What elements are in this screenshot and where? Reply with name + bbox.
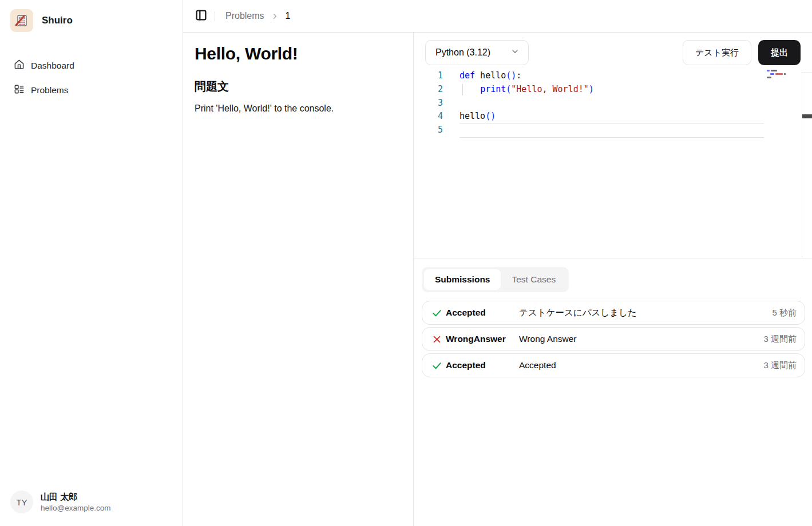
sidebar-item-problems[interactable]: Problems — [9, 81, 173, 99]
submission-time: 5 秒前 — [772, 308, 797, 318]
problem-section-heading: 問題文 — [195, 79, 402, 94]
submission-message: Wrong Answer — [519, 334, 763, 344]
results-pane: SubmissionsTest Cases Acceptedテストケースにパスし… — [414, 258, 812, 526]
minimap — [767, 70, 789, 80]
code-line[interactable]: 5 — [414, 123, 812, 137]
language-select-value: Python (3.12) — [435, 47, 490, 58]
line-content: def hello(): — [460, 69, 764, 83]
submission-row[interactable]: AcceptedAccepted3 週間前 — [422, 353, 805, 377]
layout-list-icon — [14, 83, 25, 97]
topbar: Problems 1 — [183, 0, 812, 33]
indent-guide-line — [462, 84, 463, 95]
problem-statement: Print 'Hello, World!' to the console. — [195, 103, 402, 114]
sidebar-nav: Dashboard Problems — [0, 56, 183, 99]
submission-list: Acceptedテストケースにパスしました5 秒前WrongAnswerWron… — [422, 301, 805, 377]
line-number: 3 — [414, 97, 460, 110]
submission-status: Accepted — [446, 360, 519, 370]
code-token: : — [516, 70, 521, 81]
code-area: 1def hello():2 print("Hello, World!")34h… — [414, 69, 812, 137]
editor-scrollbar-thumb[interactable] — [802, 114, 812, 118]
line-number: 1 — [414, 69, 460, 83]
line-number: 4 — [414, 110, 460, 123]
submission-message: テストケースにパスしました — [519, 307, 772, 319]
home-icon — [14, 59, 25, 72]
breadcrumb-problems-link[interactable]: Problems — [225, 11, 264, 21]
language-select[interactable]: Python (3.12) — [425, 40, 529, 65]
tab-submissions[interactable]: Submissions — [424, 269, 501, 290]
code-token: ( — [506, 70, 511, 81]
code-line[interactable]: 2 print("Hello, World!") — [414, 83, 812, 97]
toolbar-actions: テスト実行 提出 — [683, 40, 801, 65]
problem-title: Hello, World! — [195, 44, 402, 63]
code-token: def — [460, 70, 475, 81]
submission-row[interactable]: WrongAnswerWrong Answer3 週間前 — [422, 327, 805, 351]
sidebar: Shuiro Dashboard — [0, 0, 183, 526]
code-token: ) — [490, 111, 496, 121]
code-token: ) — [511, 70, 516, 81]
brand-name: Shuiro — [42, 15, 73, 26]
code-line[interactable]: 1def hello(): — [414, 69, 812, 83]
line-number: 5 — [414, 123, 460, 137]
line-number: 2 — [414, 83, 460, 97]
code-token: hello — [475, 70, 506, 81]
submission-status: WrongAnswer — [446, 334, 519, 344]
topbar-divider — [215, 11, 215, 21]
submission-time: 3 週間前 — [763, 334, 797, 345]
breadcrumb-current: 1 — [286, 11, 291, 21]
code-token: ( — [485, 111, 490, 121]
code-token: print — [480, 84, 506, 94]
chevron-right-icon — [271, 12, 279, 21]
line-content: hello() — [460, 110, 764, 123]
tab-test-cases[interactable]: Test Cases — [501, 269, 567, 290]
sidebar-brand: Shuiro — [0, 0, 183, 41]
code-token: ) — [589, 84, 594, 94]
main-area: Problems 1 Hello, World! 問題文 Print 'Hell… — [183, 0, 812, 526]
user-menu[interactable]: TY 山田 太郎 hello@example.com — [0, 480, 183, 526]
check-icon — [431, 360, 442, 371]
code-token: hello — [460, 111, 485, 121]
line-content — [460, 123, 764, 137]
code-token: "Hello, World!" — [511, 84, 588, 94]
code-editor[interactable]: 1def hello():2 print("Hello, World!")34h… — [414, 69, 812, 137]
code-line[interactable]: 3 — [414, 97, 812, 110]
line-content: print("Hello, World!") — [460, 83, 764, 97]
sidebar-toggle-button[interactable] — [193, 8, 209, 24]
chevron-down-icon — [510, 47, 520, 58]
sidebar-item-dashboard[interactable]: Dashboard — [9, 56, 173, 75]
sidebar-item-label: Dashboard — [31, 61, 74, 71]
results-tabs: SubmissionsTest Cases — [422, 267, 569, 292]
code-line[interactable]: 4hello() — [414, 110, 812, 123]
x-icon — [431, 333, 442, 345]
sidebar-item-label: Problems — [31, 85, 68, 95]
editor-toolbar: Python (3.12) テスト実行 提出 — [414, 33, 812, 65]
editor-pane: Python (3.12) テスト実行 提出 1def hello():2 pr… — [414, 33, 812, 258]
submission-message: Accepted — [519, 360, 763, 370]
app-root: Shuiro Dashboard — [0, 0, 812, 526]
line-content — [460, 97, 764, 110]
app-logo-icon — [10, 9, 33, 32]
avatar: TY — [10, 491, 33, 513]
user-email: hello@example.com — [41, 504, 111, 512]
check-icon — [431, 307, 442, 318]
panel-left-icon — [195, 9, 207, 23]
submission-row[interactable]: Acceptedテストケースにパスしました5 秒前 — [422, 301, 805, 325]
submission-time: 3 週間前 — [763, 360, 797, 371]
code-token: ( — [506, 84, 511, 94]
editor-results-panel: Python (3.12) テスト実行 提出 1def hello():2 pr… — [414, 33, 812, 526]
editor-scrollbar[interactable] — [802, 72, 812, 258]
run-tests-button[interactable]: テスト実行 — [683, 40, 751, 65]
submission-status: Accepted — [446, 308, 519, 318]
submit-button[interactable]: 提出 — [758, 40, 801, 65]
breadcrumb: Problems 1 — [225, 11, 290, 21]
problem-panel: Hello, World! 問題文 Print 'Hello, World!' … — [183, 33, 414, 526]
user-name: 山田 太郎 — [41, 492, 111, 503]
content: Hello, World! 問題文 Print 'Hello, World!' … — [183, 33, 812, 526]
